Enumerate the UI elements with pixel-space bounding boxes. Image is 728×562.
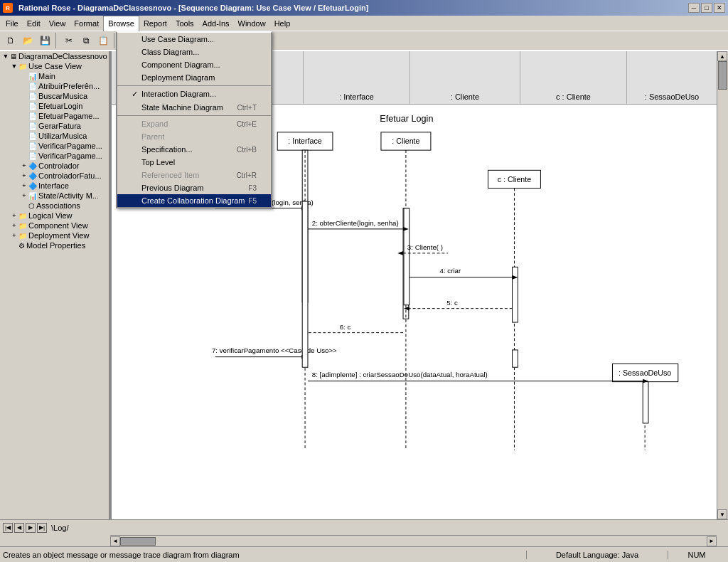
sidebar-item-logicalview[interactable]: + 📁 Logical View [0, 211, 109, 221]
sidebar-item-utilizar[interactable]: 📄 UtilizarMusica [0, 131, 109, 141]
menu-report[interactable]: Report [139, 16, 171, 31]
status-message: Creates an object message or message tra… [3, 551, 526, 559]
drop-toplevel[interactable]: Top Level [117, 156, 271, 169]
folder-icon-dv: 📁 [18, 232, 27, 240]
sidebar-label-gerar: GerarFatura [38, 122, 81, 130]
uc-icon-efetuarpag: 📄 [28, 112, 37, 120]
sidebar-item-efetuarpag[interactable]: 📄 EfetuarPagame... [0, 111, 109, 121]
sidebar-item-main[interactable]: 📊 Main [0, 71, 109, 81]
app-icon: R [3, 3, 13, 13]
msg4-label: 4: criar [440, 267, 461, 275]
menu-format[interactable]: Format [70, 16, 103, 31]
lifeline-label-cliente: : Cliente [392, 137, 419, 145]
folder-icon-root: 🖥 [10, 53, 17, 60]
sidebar-item-controlador[interactable]: + 🔷 Controlador [0, 161, 109, 171]
msg6-label: 6: c [340, 323, 351, 331]
sidebar-item-efetuar[interactable]: 📄 EfetuarLogin [0, 101, 109, 111]
folder-icon-lv: 📁 [18, 212, 27, 220]
sidebar-item-modelprops[interactable]: ⚙ Model Properties [0, 240, 109, 250]
col-header-sessao: : SessaoDeUso [627, 51, 717, 104]
menu-view[interactable]: View [45, 16, 70, 31]
titlebar-left: R Rational Rose - DiagramaDeClassesnovo … [3, 3, 369, 13]
sidebar-item-componentview[interactable]: + 📁 Component View [0, 221, 109, 230]
menu-addins[interactable]: Add-Ins [198, 16, 234, 31]
tb-save[interactable]: 💾 [37, 33, 53, 48]
tb-open[interactable]: 📂 [20, 33, 36, 48]
sidebar-label-utilizar: UtilizarMusica [38, 132, 87, 140]
sidebar-label-buscar: BuscarMusica [38, 92, 87, 100]
msg2-label: 2: obterCliente(login, senha) [312, 219, 399, 227]
sidebar-label-assoc: Associations [36, 201, 80, 210]
drop-deployment[interactable]: Deployment Diagram [117, 71, 271, 84]
drop-class[interactable]: Class Diagram... [117, 46, 271, 58]
hscroll-left[interactable]: ◄ [110, 536, 120, 546]
drop-createcollab[interactable]: Create Collaboration Diagram F5 [117, 194, 271, 207]
lifeline-label-sessao: : SessaoDeUso [619, 369, 671, 377]
nav-path: \Log/ [51, 524, 68, 532]
hscroll-thumb[interactable] [120, 537, 156, 546]
vscroll-area[interactable]: ▲ ▼ [717, 51, 728, 519]
sidebar-item-verificar1[interactable]: 📄 VerificarPagame... [0, 141, 109, 151]
sidebar-root[interactable]: ▼ 🖥 DiagramaDeClassesnovo [0, 51, 109, 61]
sidebar-label-verificar1: VerificarPagame... [38, 142, 102, 150]
sidebar-item-deployview[interactable]: + 📁 Deployment View [0, 230, 109, 240]
sidebar-item-verificar2[interactable]: 📄 VerificarPagame... [0, 151, 109, 161]
sidebar-label-lv: Logical View [28, 211, 73, 220]
menu-help[interactable]: Help [270, 16, 295, 31]
hscroll[interactable]: ◄ ► [110, 535, 717, 546]
uc-icon-utilizar: 📄 [28, 132, 37, 140]
expand-icon-lv: + [10, 212, 18, 219]
diagram-title: Efetuar Login [380, 114, 433, 124]
vscroll-down[interactable]: ▼ [717, 509, 727, 519]
sidebar-item-stateactivity[interactable]: + 📊 State/Activity M... [0, 191, 109, 201]
uc-icon-verificar2: 📄 [28, 152, 37, 160]
folder-icon-cv: 📁 [18, 222, 27, 230]
sidebar-label-main: Main [38, 72, 55, 80]
minimize-button[interactable]: ─ [688, 3, 700, 13]
sidebar-label-interface: Interface [38, 181, 69, 190]
nav-last[interactable]: ▶| [37, 523, 47, 533]
sidebar-item-interface[interactable]: + 🔷 Interface [0, 181, 109, 191]
drop-component[interactable]: Component Diagram... [117, 58, 271, 71]
menu-window[interactable]: Window [234, 16, 270, 31]
drop-interaction[interactable]: ✓Interaction Diagram... [117, 88, 271, 101]
shortcut-spec: Ctrl+B [237, 146, 257, 154]
act-box-ccliente-1 [513, 267, 518, 322]
drop-usecase[interactable]: Use Case Diagram... [117, 33, 271, 46]
sidebar-label-mp: Model Properties [26, 241, 85, 250]
sidebar-root-label: DiagramaDeClassesnovo [18, 52, 107, 60]
menu-file[interactable]: File [1, 16, 23, 31]
status-mode: NUM [668, 551, 725, 559]
sidebar-item-atribuir[interactable]: 📄 AtribuirPreferên... [0, 81, 109, 91]
class-icon-controlador: 🔷 [28, 162, 37, 170]
tb-paste[interactable]: 📋 [95, 33, 111, 48]
sidebar-item-usecaseview[interactable]: ▼ 📁 Use Case View [0, 61, 109, 71]
vscroll-thumb[interactable] [718, 61, 727, 90]
close-button[interactable]: ✕ [714, 3, 725, 13]
vscroll-up[interactable]: ▲ [717, 51, 727, 61]
nav-next[interactable]: ▶ [26, 523, 36, 533]
sidebar-item-buscar[interactable]: 📄 BuscarMusica [0, 91, 109, 101]
sidebar-item-controlafatu[interactable]: + 🔷 ControladorFatu... [0, 171, 109, 181]
drop-refitem: Referenced Item Ctrl+R [117, 169, 271, 181]
maximize-button[interactable]: □ [701, 3, 712, 13]
drop-specification[interactable]: Specification... Ctrl+B [117, 143, 271, 156]
nav-prev[interactable]: ◀ [14, 523, 24, 533]
menu-edit[interactable]: Edit [23, 16, 45, 31]
hscroll-right[interactable]: ► [707, 536, 717, 546]
drop-statemachine[interactable]: State Machine Diagram Ctrl+T [117, 101, 271, 114]
drop-prevdiagram[interactable]: Previous Diagram F3 [117, 181, 271, 194]
sidebar-label-verificar2: VerificarPagame... [38, 152, 102, 160]
sidebar-item-associations[interactable]: ⬡ Associations [0, 201, 109, 211]
tb-new[interactable]: 🗋 [3, 33, 18, 48]
nav-first[interactable]: |◀ [3, 523, 13, 533]
menu-browse[interactable]: Browse [103, 16, 139, 31]
menu-tools[interactable]: Tools [171, 16, 198, 31]
tb-cut[interactable]: ✂ [61, 33, 77, 48]
check-interaction: ✓ [132, 90, 141, 99]
class-icon-controlfatu: 🔷 [28, 172, 37, 180]
tb-copy[interactable]: ⧉ [78, 33, 94, 48]
expand-icon-controlador: + [20, 162, 28, 169]
sidebar-item-gerar[interactable]: 📄 GerarFatura [0, 121, 109, 131]
diagram-icon-main: 📊 [28, 73, 37, 80]
